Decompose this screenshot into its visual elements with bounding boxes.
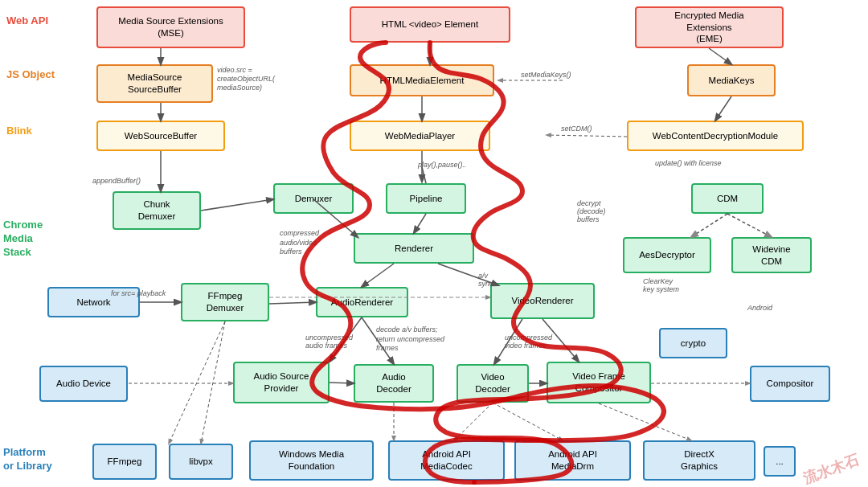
box-audio-device: Audio Device — [39, 366, 128, 402]
annotation-decode-av: decode a/v buffers;return uncompressedfr… — [376, 325, 444, 354]
box-video-decoder: Video Decoder — [457, 364, 529, 403]
annotation-uncompressed-audio: uncompressedaudio frames — [305, 334, 353, 350]
box-pipeline: Pipeline — [386, 183, 466, 214]
box-video-renderer: VideoRenderer — [490, 283, 595, 319]
box-aes-decryptor: AesDecryptor — [623, 237, 711, 273]
box-directx-graphics: DirectX Graphics — [643, 440, 755, 481]
box-chunk-demuxer: Chunk Demuxer — [113, 191, 201, 230]
svg-line-5 — [715, 96, 731, 121]
box-demuxer: Demuxer — [273, 183, 354, 214]
label-webapi: Web API — [6, 14, 48, 27]
box-crypto: crypto — [659, 328, 727, 358]
box-ffmpeg-demuxer: FFmpeg Demuxer — [181, 283, 269, 321]
annotation-video-src: video.src =createObjectURL(mediaSource) — [217, 66, 275, 92]
box-more: ... — [764, 446, 796, 477]
svg-line-15 — [269, 302, 316, 304]
box-web-media-player: WebMediaPlayer — [350, 121, 490, 151]
watermark: 流水木石 — [800, 450, 862, 487]
label-chrome-media-stack: Chrome Media Stack — [3, 219, 43, 260]
svg-line-33 — [599, 403, 691, 440]
box-html-media-element: HTMLMediaElement — [350, 64, 494, 96]
box-ffmpeg: FFmpeg — [92, 444, 157, 480]
box-renderer: Renderer — [354, 233, 474, 264]
box-media-source: MediaSource SourceBuffer — [96, 64, 213, 103]
annotation-decrypt-decode: decrypt(decode)buffers — [577, 199, 606, 223]
svg-line-27 — [201, 199, 273, 211]
svg-line-29 — [454, 403, 493, 440]
annotation-compressed: compressedaudio/videobuffers — [280, 229, 319, 257]
annotation-uncompressed-video: uncompressedvideo frames — [505, 334, 552, 350]
box-html-video: HTML <video> Element — [350, 6, 510, 43]
annotation-play-pause: play(),pause().. — [418, 161, 467, 169]
svg-line-7 — [547, 135, 627, 137]
label-jsobject: JS Object — [6, 68, 55, 80]
svg-line-17 — [691, 214, 727, 237]
box-windows-media-foundation: Windows Media Foundation — [249, 440, 374, 481]
box-cdm: CDM — [691, 183, 764, 214]
annotation-set-media-keys: setMediaKeys() — [521, 71, 571, 79]
annotation-set-cdm: setCDM() — [561, 125, 592, 133]
svg-line-32 — [201, 321, 225, 444]
svg-line-13 — [362, 264, 394, 287]
box-media-keys: MediaKeys — [687, 64, 776, 96]
box-video-frame-compositor: Video Frame Compositor — [547, 362, 651, 403]
box-audio-renderer: AudioRenderer — [316, 287, 408, 317]
label-platform-library: Platform or Library — [3, 446, 52, 473]
box-audio-source-provider: Audio Source Provider — [233, 362, 330, 403]
diagram-container: Web API JS Object Blink Chrome Media Sta… — [0, 0, 868, 487]
svg-line-31 — [169, 321, 225, 444]
svg-line-1 — [709, 48, 731, 64]
svg-line-30 — [493, 403, 563, 440]
box-mse: Media Source Extensions (MSE) — [96, 6, 245, 48]
box-web-source-buffer: WebSourceBuffer — [96, 121, 225, 151]
svg-line-23 — [330, 383, 354, 383]
box-android-api-mediadrm: Android API MediaDrm — [514, 440, 631, 481]
box-android-api-mediacodec: Android API MediaCodec — [388, 440, 505, 481]
box-audio-decoder: Audio Decoder — [354, 364, 434, 403]
annotation-android: Android — [747, 304, 772, 312]
box-widevine-cdm: Widevine CDM — [731, 237, 812, 273]
annotation-for-src: for src= playback — [111, 289, 166, 297]
svg-line-18 — [727, 214, 772, 237]
box-compositor: Compositor — [750, 366, 830, 402]
svg-line-11 — [414, 214, 426, 233]
annotation-clearkey: ClearKeykey system — [643, 277, 679, 293]
svg-line-10 — [422, 167, 426, 183]
annotation-update-license: update() with license — [655, 159, 722, 167]
box-libvpx: libvpx — [169, 444, 233, 480]
annotation-append-buffer: appendBuffer() — [92, 177, 141, 185]
annotation-av-sync: a/vsync — [478, 272, 493, 288]
box-web-content-decryption: WebContentDecryptionModule — [627, 121, 804, 151]
box-eme: Encrypted Media Extensions (EME) — [635, 6, 784, 48]
label-blink: Blink — [6, 125, 32, 137]
